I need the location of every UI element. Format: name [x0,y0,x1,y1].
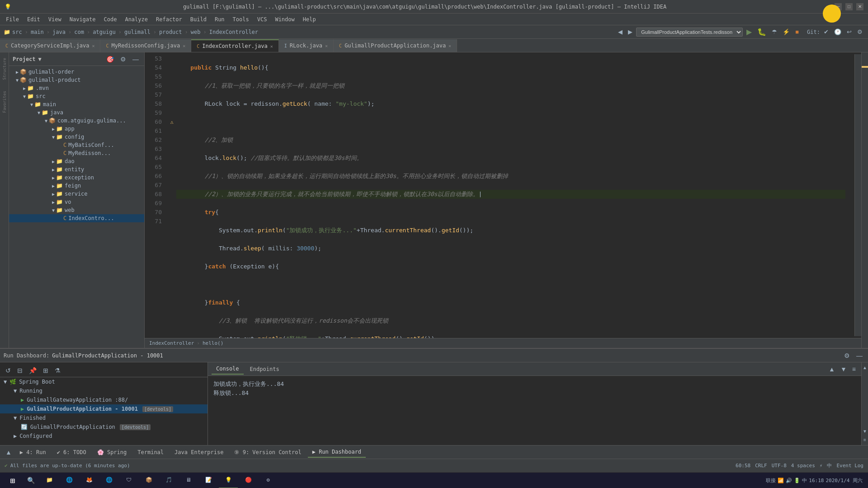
tree-com-atguigu[interactable]: ▼ 📦 com.atguigu.gulima... [9,117,144,125]
tree-feign[interactable]: ▶ 📁 feign [9,182,144,190]
menu-refactor[interactable]: Refactor [152,15,186,24]
stop-button[interactable]: ■ [793,28,801,36]
tab-myredissonconfig[interactable]: C MyRedissonConfig.java ✕ [100,39,191,52]
minimize-panel-btn[interactable]: — [854,351,864,360]
breadcrumb-indexcontroller[interactable]: IndexController [149,340,194,346]
terminal-tab[interactable]: Terminal [133,447,168,457]
git-settings-btn[interactable]: ⚙ [855,28,864,36]
code-lines[interactable]: public String hello(){ //1、获取一把锁，只要锁的名字一… [176,54,854,336]
run-restart-btn[interactable]: ↺ [4,366,13,375]
nav-indexcontroller[interactable]: IndexController [209,29,258,35]
status-position[interactable]: 60:58 [736,463,750,469]
console-scroll-down[interactable]: ▼ [861,428,868,435]
tree-service[interactable]: ▶ 📁 service [9,190,144,198]
run-pin-btn[interactable]: 📌 [27,366,38,375]
tab-close5[interactable]: ✕ [448,43,451,48]
status-event-log[interactable]: Event Log [836,463,863,469]
git-revert-btn[interactable]: ↩ [845,28,854,36]
scroll-settings-btn[interactable]: ≡ [850,365,858,374]
tab-close[interactable]: ✕ [92,43,94,48]
scroll-up-btn[interactable]: ▲ [827,365,837,374]
tree-main[interactable]: ▼ 📁 main [9,100,144,108]
menu-file[interactable]: File [2,15,23,24]
close-button[interactable]: ✕ [856,3,863,10]
sidebar-locate-btn[interactable]: 🎯 [104,55,116,64]
tree-dao[interactable]: ▶ 📁 dao [9,157,144,165]
run-filter-btn[interactable]: ⚗ [53,366,62,375]
console-tab[interactable]: Console [212,364,244,375]
nav-main[interactable]: main [31,29,44,35]
menu-build[interactable]: Build [187,15,210,24]
structure-label[interactable]: Structure [2,58,7,80]
run-running-subcategory[interactable]: ▼ Running [0,386,208,395]
java-enterprise-tab[interactable]: Java Enterprise [170,447,228,457]
run-config-dropdown[interactable]: GulimallProductApplicationTests.redisson [636,28,743,37]
version-control-tab[interactable]: ⑨ 9: Version Control [230,447,306,457]
menu-help[interactable]: Help [299,15,320,24]
taskbar-search-btn[interactable]: 🔍 [24,474,38,487]
run-grid-btn[interactable]: ⊞ [41,366,50,375]
tree-gulimall-product[interactable]: ▼ 📦 gulimall-product [9,76,144,84]
settings-btn[interactable]: ⚙ [842,351,852,360]
run-stop-all-btn[interactable]: ⊟ [15,366,24,375]
console-settings2[interactable]: ≡ [862,436,868,443]
console-scroll-up[interactable]: ▲ [861,364,868,371]
profile-button[interactable]: ⚡ [781,28,792,36]
spring-tab[interactable]: 🌸 Spring [93,447,132,457]
run-configured-subcategory[interactable]: ▶ Configured [0,432,208,441]
git-history-btn[interactable]: 🕐 [832,28,843,36]
run-gateway-item[interactable]: ▶ GulimallGatewayApplication :88/ [0,395,208,404]
taskbar-app-firefox[interactable]: 🦊 [80,473,99,488]
tab-close3[interactable]: ✕ [270,44,273,49]
tree-myredisson[interactable]: C MyRedisson... [9,149,144,157]
menu-edit[interactable]: Edit [24,15,44,24]
tab-rlock[interactable]: I RLock.java ✕ [279,39,334,52]
tree-exception[interactable]: ▶ 📁 exception [9,174,144,182]
nav-atguigu[interactable]: atguigu [93,29,116,35]
nav-web[interactable]: web [191,29,201,35]
scroll-down-btn[interactable]: ▼ [839,365,849,374]
taskbar-app-music[interactable]: 🎵 [159,473,178,488]
menu-code[interactable]: Code [100,15,121,24]
run-tab[interactable]: ▶ 4: Run [15,447,51,457]
tree-src[interactable]: ▼ 📁 src [9,92,144,100]
sidebar-settings-btn[interactable]: ⚙ [118,55,128,64]
tree-indexcontroller[interactable]: C IndexContro... [9,214,144,222]
run-finished-subcategory[interactable]: ▼ Finished [0,413,208,422]
coverage-button[interactable]: ☂ [770,28,779,36]
taskbar-app-store[interactable]: 🛡 [119,473,138,488]
tree-vo[interactable]: ▶ 📁 vo [9,198,144,206]
tab-gulimallproductapplication[interactable]: C GulimallProductApplication.java ✕ [334,39,457,52]
nav-src[interactable]: src [12,29,22,35]
run-product-finished-item[interactable]: 🔄 GulimallProductApplication [devtools] [0,422,208,432]
tree-web[interactable]: ▼ 📁 web [9,206,144,214]
run-springboot-category[interactable]: ▼ 🌿 Spring Boot [0,377,208,386]
menu-vcs[interactable]: VCS [254,15,271,24]
favorites-label[interactable]: Favorites [2,91,7,113]
todo-tab[interactable]: ✔ 6: TODO [52,447,91,457]
code-content[interactable]: 53 54 55 56 57 58 59 60 61 62 63 64 65 6… [145,52,861,338]
debug-button[interactable]: 🐛 [755,27,768,37]
tree-mvn[interactable]: ▶ 📁 .mvn [9,84,144,92]
taskbar-start-btn[interactable]: ⊞ [4,474,22,487]
taskbar-app-explorer[interactable]: 📁 [40,473,59,488]
tab-indexcontroller[interactable]: C IndexController.java ✕ [191,39,279,52]
run-button[interactable]: ▶ [745,27,754,37]
taskbar-app-pkg[interactable]: 📦 [139,473,158,488]
taskbar-app-redis[interactable]: 🔴 [239,473,258,488]
taskbar-app-settings[interactable]: ⚙ [259,473,278,488]
menu-navigate[interactable]: Navigate [66,15,99,24]
tree-config[interactable]: ▼ 📁 config [9,133,144,141]
nav-java[interactable]: java [52,29,66,35]
endpoints-tab[interactable]: Endpoints [245,364,284,374]
tree-gulimall-order[interactable]: ▶ 📦 gulimall-order [9,68,144,76]
tree-app[interactable]: ▶ 📁 app [9,125,144,133]
nav-fwd-btn[interactable]: ▶ [626,28,634,36]
menu-run[interactable]: Run [211,15,228,24]
taskbar-app-notepad[interactable]: 📝 [199,473,218,488]
nav-gulimall[interactable]: gulimall [124,29,151,35]
tab-close4[interactable]: ✕ [325,43,328,48]
git-checkmark-btn[interactable]: ✔ [822,28,830,36]
taskbar-app-edge[interactable]: 🌐 [60,473,79,488]
expand-bottom-btn[interactable]: ▲ [4,448,14,457]
